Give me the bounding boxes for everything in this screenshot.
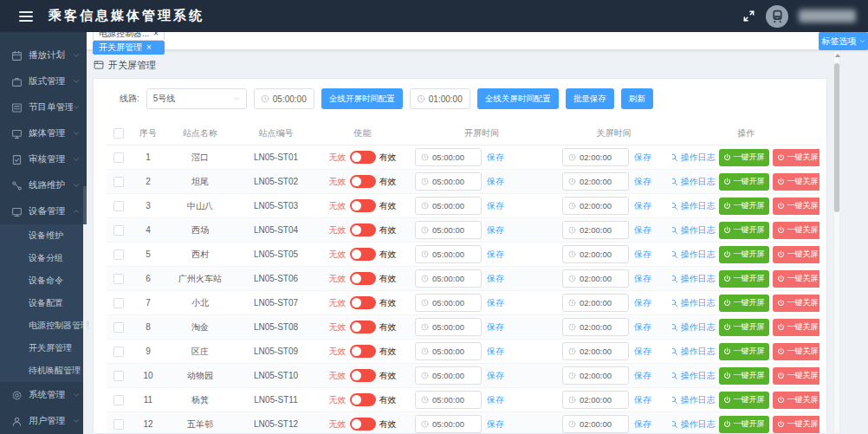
operation-log-link[interactable]: 操作日志 (672, 297, 716, 309)
close-time-input[interactable]: 02:00:00 (562, 318, 629, 336)
one-key-close-button[interactable]: 一键关屏 (773, 198, 820, 215)
operation-log-link[interactable]: 操作日志 (672, 394, 716, 406)
scrollbar-thumb[interactable] (834, 63, 839, 212)
enable-toggle[interactable] (350, 418, 376, 431)
row-checkbox[interactable] (113, 201, 124, 211)
one-key-close-button[interactable]: 一键关屏 (773, 246, 820, 263)
open-time-input[interactable]: 05:00:00 (415, 148, 482, 166)
one-key-open-button[interactable]: 一键开屏 (719, 367, 769, 385)
close-time-input[interactable]: 02:00:00 (562, 294, 629, 312)
open-time-input[interactable]: 05:00:00 (415, 318, 482, 336)
one-key-open-button[interactable]: 一键开屏 (719, 173, 769, 191)
sidebar-item-7[interactable]: 系统管理 (0, 382, 87, 408)
operation-log-link[interactable]: 操作日志 (672, 346, 716, 358)
operation-log-link[interactable]: 操作日志 (672, 273, 716, 285)
all-close-time-input[interactable]: 01:00:00 (410, 88, 470, 109)
one-key-close-button[interactable]: 一键关屏 (773, 343, 820, 360)
one-key-open-button[interactable]: 一键开屏 (719, 246, 769, 263)
save-open-time-link[interactable]: 保存 (487, 370, 504, 382)
sidebar-subitem[interactable]: 开关屏管理 (0, 337, 87, 360)
save-open-time-link[interactable]: 保存 (487, 273, 504, 285)
save-open-time-link[interactable]: 保存 (487, 346, 504, 358)
sidebar-item-6[interactable]: 设备管理 (0, 198, 87, 224)
sidebar-scrollbar-thumb[interactable] (83, 186, 87, 224)
one-key-close-button[interactable]: 一键关屏 (773, 149, 820, 166)
one-key-open-button[interactable]: 一键开屏 (719, 198, 769, 215)
sidebar-item-2[interactable]: 节目单管理 (0, 94, 87, 120)
open-time-input[interactable]: 05:00:00 (415, 294, 482, 312)
open-time-input[interactable]: 05:00:00 (415, 342, 482, 360)
save-close-time-link[interactable]: 保存 (634, 418, 651, 431)
open-time-input[interactable]: 05:00:00 (415, 172, 482, 191)
save-open-time-link[interactable]: 保存 (487, 297, 504, 309)
open-time-input[interactable]: 05:00:00 (415, 415, 482, 433)
operation-log-link[interactable]: 操作日志 (672, 176, 716, 188)
open-time-input[interactable]: 05:00:00 (415, 245, 482, 263)
save-open-time-link[interactable]: 保存 (487, 224, 504, 236)
enable-toggle[interactable] (350, 345, 376, 358)
enable-toggle[interactable] (350, 151, 376, 164)
row-checkbox[interactable] (113, 177, 124, 187)
sidebar-subitem[interactable]: 设备命令 (0, 269, 87, 292)
avatar-train-icon[interactable] (766, 5, 788, 28)
operation-log-link[interactable]: 操作日志 (672, 200, 716, 212)
sidebar-subitem[interactable]: 待机唤醒管理 (0, 360, 87, 382)
one-key-close-button[interactable]: 一键关屏 (773, 295, 820, 312)
close-time-input[interactable]: 02:00:00 (562, 269, 629, 288)
sidebar-subitem[interactable]: 设备分组 (0, 247, 87, 269)
one-key-close-button[interactable]: 一键关屏 (773, 416, 820, 433)
close-time-input[interactable]: 02:00:00 (562, 415, 629, 433)
enable-toggle[interactable] (350, 199, 376, 212)
hamburger-icon[interactable] (19, 11, 33, 22)
close-time-input[interactable]: 02:00:00 (562, 172, 629, 191)
enable-toggle[interactable] (350, 175, 376, 188)
fullscreen-icon[interactable] (742, 10, 755, 23)
open-time-input[interactable]: 05:00:00 (415, 221, 482, 239)
enable-toggle[interactable] (350, 296, 376, 309)
select-all-checkbox[interactable] (113, 128, 124, 139)
enable-toggle[interactable] (350, 272, 376, 285)
one-key-close-button[interactable]: 一键关屏 (773, 367, 820, 385)
save-close-time-link[interactable]: 保存 (634, 152, 651, 164)
save-close-time-link[interactable]: 保存 (634, 224, 651, 236)
close-time-input[interactable]: 02:00:00 (562, 366, 629, 385)
row-checkbox[interactable] (113, 419, 124, 430)
close-time-input[interactable]: 02:00:00 (562, 245, 629, 263)
save-close-time-link[interactable]: 保存 (634, 249, 651, 261)
row-checkbox[interactable] (113, 152, 124, 163)
operation-log-link[interactable]: 操作日志 (672, 249, 716, 261)
row-checkbox[interactable] (113, 322, 124, 333)
one-key-close-button[interactable]: 一键关屏 (773, 173, 820, 191)
sidebar-subitem[interactable]: 电源控制器管理 (0, 314, 87, 337)
sidebar-item-3[interactable]: 媒体管理 (0, 120, 87, 146)
save-close-time-link[interactable]: 保存 (634, 200, 651, 212)
save-open-time-link[interactable]: 保存 (487, 176, 504, 188)
enable-toggle[interactable] (350, 321, 376, 334)
line-select[interactable]: 5号线 (146, 88, 247, 109)
save-open-time-link[interactable]: 保存 (487, 321, 504, 334)
row-checkbox[interactable] (113, 249, 124, 260)
one-key-close-button[interactable]: 一键关屏 (773, 319, 820, 336)
operation-log-link[interactable]: 操作日志 (672, 224, 716, 236)
refresh-button[interactable]: 刷新 (621, 88, 653, 109)
sidebar-item-0[interactable]: 播放计划 (0, 42, 87, 68)
save-close-time-link[interactable]: 保存 (634, 176, 651, 188)
save-close-time-link[interactable]: 保存 (634, 297, 651, 309)
save-close-time-link[interactable]: 保存 (634, 273, 651, 285)
row-checkbox[interactable] (113, 274, 124, 284)
row-checkbox[interactable] (113, 298, 124, 308)
tab-close-icon[interactable]: × (146, 43, 152, 52)
enable-toggle[interactable] (350, 393, 376, 406)
open-time-input[interactable]: 05:00:00 (415, 366, 482, 385)
one-key-open-button[interactable]: 一键开屏 (719, 416, 769, 433)
save-close-time-link[interactable]: 保存 (634, 394, 651, 406)
sidebar-item-8[interactable]: 用户管理 (0, 408, 87, 434)
row-checkbox[interactable] (113, 371, 124, 381)
sidebar-subitem[interactable]: 设备配置 (0, 292, 87, 314)
close-time-input[interactable]: 02:00:00 (562, 391, 629, 409)
scrollbar-up-arrow[interactable] (835, 54, 840, 57)
operation-log-link[interactable]: 操作日志 (672, 321, 716, 334)
sidebar-item-4[interactable]: 审核管理 (0, 146, 87, 172)
open-time-input[interactable]: 05:00:00 (415, 269, 482, 288)
enable-toggle[interactable] (350, 223, 376, 236)
